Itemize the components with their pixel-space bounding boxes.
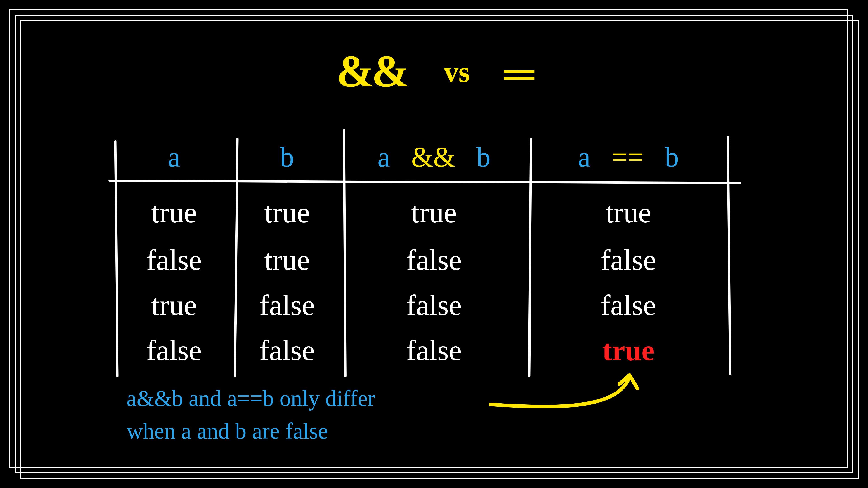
header-b: b (233, 135, 341, 178)
cell-a: false (115, 328, 233, 373)
cell-and: false (341, 283, 527, 328)
header-a: a (115, 135, 233, 178)
title-and-operator: && (336, 46, 407, 96)
title-equals-operator: == (502, 56, 532, 94)
footnote: a&&b and a==b only differ when a and b a… (127, 382, 511, 447)
header-b-label: b (280, 141, 294, 173)
table-line (108, 180, 741, 184)
cell-b: true (233, 237, 341, 283)
header-and-a: a (377, 141, 390, 173)
arrow-icon (488, 364, 655, 420)
header-eq-op: == (612, 141, 644, 173)
cell-eq: false (527, 283, 730, 328)
cell-and: false (341, 237, 527, 283)
header-a-and-b: a && b (341, 135, 527, 178)
cell-a: true (115, 283, 233, 328)
cell-and: true (341, 190, 527, 235)
header-a-eq-b: a == b (527, 135, 730, 178)
cell-a: true (115, 190, 233, 235)
title-vs: vs (444, 56, 470, 88)
cell-b: false (233, 283, 341, 328)
footnote-line-2: when a and b are false (127, 415, 511, 447)
cell-eq: true (527, 190, 730, 235)
diagram-title: && vs == (0, 45, 868, 97)
cell-eq: false (527, 237, 730, 283)
header-and-b: b (476, 141, 491, 173)
cell-b: true (233, 190, 341, 235)
footnote-line-1: a&&b and a==b only differ (127, 382, 511, 415)
header-eq-b: b (665, 141, 679, 173)
cell-b: false (233, 328, 341, 373)
header-a-label: a (168, 141, 180, 173)
header-and-op: && (411, 141, 455, 173)
whiteboard: && vs == a b a && b a == (0, 0, 868, 488)
truth-table: a b a && b a == b true true true true fa… (115, 135, 730, 375)
header-eq-a: a (578, 141, 590, 173)
cell-a: false (115, 237, 233, 283)
